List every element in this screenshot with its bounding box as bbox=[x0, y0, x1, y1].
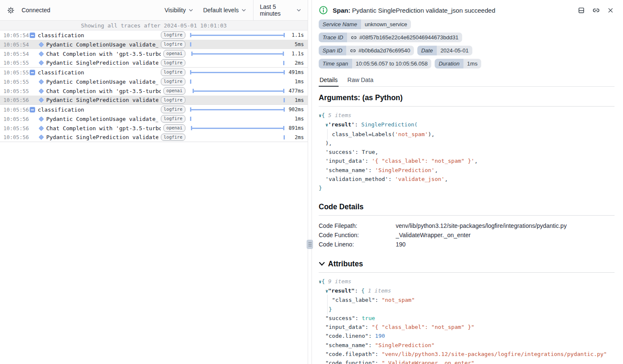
tab-raw-data[interactable]: Raw Data bbox=[347, 73, 374, 87]
chevron-down-icon bbox=[189, 9, 193, 11]
code-token: , bbox=[474, 158, 478, 164]
code-token: : bbox=[355, 149, 362, 155]
trace-timestamp: 10:05:55 bbox=[0, 79, 29, 85]
trace-row[interactable]: 10:05:54classificationlogfire1.1s bbox=[0, 30, 308, 40]
code-token: 9 items bbox=[328, 278, 351, 285]
settings-gear-button[interactable] bbox=[6, 6, 15, 15]
span-duration-label: 2ms bbox=[285, 60, 308, 66]
badge-value: unknown_service bbox=[361, 19, 411, 29]
code-token: "code.function" bbox=[319, 360, 375, 364]
scope-tag: logfire bbox=[161, 59, 185, 67]
trace-row[interactable]: 10:05:54Pydantic CompletionUsage validat… bbox=[0, 40, 308, 49]
code-token: : bbox=[375, 351, 382, 357]
collapse-toggle[interactable] bbox=[30, 107, 35, 112]
trace-timestamp: 10:05:56 bbox=[0, 107, 29, 113]
badge-value: 1ms bbox=[463, 59, 482, 68]
link-icon[interactable] bbox=[350, 48, 356, 54]
badge-label: Duration bbox=[435, 59, 463, 68]
trace-timestamp: 10:05:56 bbox=[0, 125, 29, 131]
trace-row[interactable]: 10:05:56Pydantic SinglePrediction valida… bbox=[0, 96, 308, 105]
bar-cap bbox=[283, 89, 284, 93]
trace-row[interactable]: 10:05:56Pydantic SinglePrediction valida… bbox=[0, 133, 308, 142]
code-token: } bbox=[319, 306, 332, 312]
span-duration-label: 891ms bbox=[285, 125, 308, 131]
badge-value-text: 1ms bbox=[467, 60, 478, 67]
code-token: "venv/lib/python3.12/site-packages/logfi… bbox=[382, 351, 607, 357]
span-title: Span:Pydantic SinglePrediction validate_… bbox=[333, 7, 495, 14]
time-range-dropdown[interactable]: Last 5 minutes bbox=[253, 0, 308, 20]
trace-row[interactable]: 10:05:56classificationlogfire902ms bbox=[0, 105, 308, 114]
code-line: "success": true bbox=[319, 314, 615, 323]
trace-row[interactable]: 10:05:55Pydantic SinglePrediction valida… bbox=[0, 58, 308, 68]
span-diamond-icon bbox=[39, 79, 44, 85]
span-duration-bar bbox=[190, 105, 285, 114]
span-duration-label: 5ms bbox=[285, 41, 308, 47]
split-view-button[interactable] bbox=[577, 6, 586, 15]
code-token: 'SinglePrediction' bbox=[375, 167, 435, 173]
span-duration-bar bbox=[190, 49, 285, 58]
default-levels-dropdown[interactable]: Default levels bbox=[203, 7, 246, 14]
trace-row[interactable]: 10:05:55classificationlogfire491ms bbox=[0, 68, 308, 77]
code-detail-label: Code Filepath: bbox=[319, 221, 396, 230]
connection-status: Connected bbox=[22, 7, 50, 14]
span-duration-label: 1ms bbox=[285, 79, 308, 85]
trace-row[interactable]: 10:05:55Pydantic CompletionUsage validat… bbox=[0, 77, 308, 86]
scope-tag: openai bbox=[163, 87, 185, 95]
expand-chevron-icon[interactable]: ∨ bbox=[319, 279, 322, 285]
code-token: "success" bbox=[319, 315, 355, 321]
span-duration-bar bbox=[190, 133, 285, 142]
visibility-dropdown[interactable]: Visibility bbox=[165, 7, 193, 14]
code-token: 'result' bbox=[328, 121, 355, 128]
trace-filter-banner: Showing all traces after 2024-05-01 10:0… bbox=[0, 21, 308, 30]
span-marker bbox=[39, 61, 43, 65]
code-token: "SinglePrediction" bbox=[375, 342, 435, 348]
span-diamond-icon bbox=[39, 60, 44, 66]
arguments-python-code: ∨{ 5 items ∨'result': SinglePrediction( … bbox=[319, 107, 615, 194]
bar-tick bbox=[190, 42, 191, 47]
badge-value-text: 10:05:56.057 to 10:05:56.058 bbox=[356, 60, 428, 67]
panel-resize-handle[interactable] bbox=[307, 240, 313, 249]
code-token: { bbox=[322, 112, 328, 118]
code-token: true bbox=[362, 315, 375, 321]
bar-line bbox=[190, 72, 285, 73]
scope-tag: logfire bbox=[161, 96, 185, 104]
badge-list: Service Nameunknown_serviceTrace ID#08f5… bbox=[319, 19, 547, 70]
trace-row[interactable]: 10:05:54Chat Completion with 'gpt-3.5-tu… bbox=[0, 49, 308, 58]
scope-tag: openai bbox=[163, 124, 185, 132]
trace-span-name: Chat Completion with 'gpt-3.5-turbo-0613… bbox=[46, 51, 161, 57]
chevron-down-icon bbox=[297, 9, 301, 11]
indent-guide bbox=[327, 129, 328, 140]
trace-span-name: Chat Completion with 'gpt-3.5-turbo-0613… bbox=[46, 125, 161, 131]
badge-label: Trace ID bbox=[319, 33, 347, 42]
close-button[interactable] bbox=[606, 6, 615, 14]
code-token: : bbox=[368, 167, 375, 173]
attributes-heading-row[interactable]: Attributes bbox=[319, 260, 615, 273]
code-token: 'input_data' bbox=[319, 158, 365, 164]
trace-timestamp: 10:05:56 bbox=[0, 134, 29, 140]
code-line: } bbox=[319, 305, 615, 314]
bar-line bbox=[191, 128, 284, 129]
copy-link-button[interactable] bbox=[592, 6, 601, 15]
trace-span-name: Pydantic CompletionUsage validate_python bbox=[46, 79, 158, 85]
code-token: class_label=Labels( bbox=[319, 131, 395, 137]
tab-details[interactable]: Details bbox=[319, 73, 339, 87]
span-duration-bar bbox=[190, 40, 285, 49]
link-icon[interactable] bbox=[351, 35, 357, 41]
collapse-toggle[interactable] bbox=[30, 33, 35, 38]
span-duration-bar bbox=[190, 68, 285, 77]
trace-row[interactable]: 10:05:56Pydantic CompletionUsage validat… bbox=[0, 114, 308, 123]
expand-chevron-icon[interactable]: ∨ bbox=[319, 113, 322, 118]
trace-row[interactable]: 10:05:56Chat Completion with 'gpt-3.5-tu… bbox=[0, 123, 308, 133]
tab-bar: DetailsRaw Data bbox=[319, 73, 615, 87]
span-diamond-icon bbox=[39, 97, 44, 103]
span-duration-bar bbox=[190, 86, 285, 96]
code-line: class_label=Labels('not_spam'), bbox=[319, 130, 615, 139]
span-diamond-icon bbox=[39, 42, 44, 47]
collapse-toggle[interactable] bbox=[30, 70, 35, 75]
trace-row[interactable]: 10:05:55Chat Completion with 'gpt-3.5-tu… bbox=[0, 86, 308, 96]
default-levels-dropdown-label: Default levels bbox=[203, 7, 239, 14]
span-duration-label: 1.1s bbox=[285, 32, 308, 38]
code-token: ), bbox=[428, 131, 435, 137]
span-duration-label: 1ms bbox=[285, 97, 308, 103]
collapse-minus-icon bbox=[30, 33, 35, 38]
